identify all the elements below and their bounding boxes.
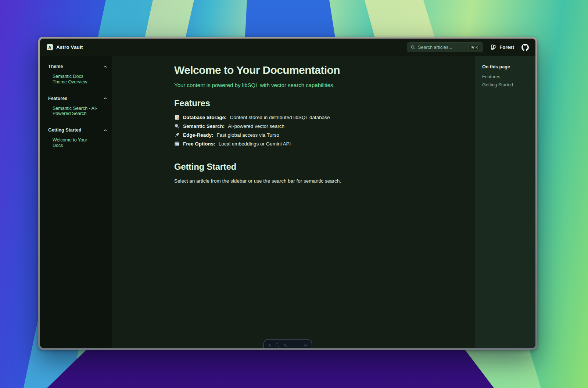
theme-switcher-button[interactable]: Forest (491, 44, 514, 50)
brand-name: Astro Vault (56, 44, 83, 50)
getting-started-text: Select an article from the sidebar or us… (174, 178, 464, 184)
audit-icon (283, 343, 287, 348)
sidebar-item-semantic-search[interactable]: Semantic Search - AI-Powered Search (48, 106, 99, 117)
sidebar-section-title: Getting Started (48, 127, 81, 133)
feature-text: AI-powered vector search (228, 123, 284, 129)
feature-label: Free Options: (183, 141, 215, 147)
features-list: Database Storage: Content stored in dist… (174, 113, 464, 148)
feature-text: Content stored in distributed libSQL dat… (230, 115, 330, 120)
rocket-icon (174, 132, 180, 138)
feature-label: Semantic Search: (183, 123, 225, 129)
github-icon (521, 44, 529, 51)
theme-icon (491, 44, 497, 50)
app-window: A Astro Vault Search articles... ⌘ K For… (38, 37, 537, 350)
feature-item-database-storage: Database Storage: Content stored in dist… (174, 113, 464, 122)
sidebar-section-title: Features (48, 96, 67, 101)
header: A Astro Vault Search articles... ⌘ K For… (40, 39, 535, 56)
on-this-page-title: On this page (482, 64, 530, 69)
svg-text:FREE: FREE (175, 143, 179, 145)
feature-label: Edge-Ready: (183, 132, 214, 138)
dev-toolbar[interactable] (263, 339, 312, 348)
feature-label: Database Storage: (183, 115, 227, 120)
desktop-wallpaper: A Astro Vault Search articles... ⌘ K For… (0, 0, 588, 388)
toc-link-getting-started[interactable]: Getting Started (482, 83, 530, 87)
settings-icon (304, 343, 308, 348)
feature-item-edge-ready: Edge-Ready: Fast global access via Turso (174, 130, 464, 139)
toc-link-features[interactable]: Features (482, 75, 530, 79)
inspect-icon (275, 343, 280, 348)
chevron-up-icon (103, 65, 107, 69)
page-subtitle: Your content is powered by libSQL with v… (174, 82, 464, 88)
on-this-page-panel: On this page Features Getting Started (475, 56, 535, 348)
search-placeholder: Search articles... (418, 45, 452, 50)
sidebar-section-theme: Theme Semantic Docs Theme Overview (48, 64, 107, 85)
brand[interactable]: A Astro Vault (47, 44, 83, 50)
sidebar: Theme Semantic Docs Theme Overview Featu… (40, 56, 112, 348)
feature-item-semantic-search: Semantic Search: AI-powered vector searc… (174, 122, 464, 130)
sidebar-section-features: Features Semantic Search - AI-Powered Se… (48, 96, 107, 117)
brand-logo: A (47, 44, 53, 50)
feature-text: Local embeddings or Gemini API (219, 141, 291, 147)
memo-icon (174, 115, 180, 120)
sidebar-section-features-header[interactable]: Features (48, 96, 107, 101)
github-link[interactable] (521, 44, 529, 51)
magnifier-icon (174, 123, 180, 129)
feature-item-free-options: FREE Free Options: Local embeddings or G… (174, 139, 464, 148)
sidebar-section-theme-header[interactable]: Theme (48, 64, 107, 69)
main-content: Welcome to Your Documentation Your conte… (112, 56, 475, 348)
dev-toolbar-divider (300, 340, 300, 348)
sidebar-item-welcome-to-your-docs[interactable]: Welcome to Your Docs (48, 137, 99, 148)
getting-started-heading: Getting Started (174, 162, 464, 172)
features-heading: Features (174, 98, 464, 108)
astro-logo-icon (268, 343, 272, 348)
feature-text: Fast global access via Turso (217, 132, 279, 138)
chevron-up-icon (103, 96, 107, 100)
sidebar-section-getting-started-header[interactable]: Getting Started (48, 127, 107, 133)
theme-label: Forest (499, 44, 514, 50)
free-icon: FREE (174, 141, 180, 147)
search-icon (410, 45, 415, 50)
sidebar-section-getting-started: Getting Started Welcome to Your Docs (48, 127, 107, 148)
search-input[interactable]: Search articles... ⌘ K (407, 42, 483, 52)
page-title: Welcome to Your Documentation (174, 64, 464, 76)
search-shortcut-badge: ⌘ K (469, 44, 480, 50)
chevron-up-icon (103, 128, 107, 132)
sidebar-item-semantic-docs-theme-overview[interactable]: Semantic Docs Theme Overview (48, 74, 99, 85)
sidebar-section-title: Theme (48, 64, 63, 69)
